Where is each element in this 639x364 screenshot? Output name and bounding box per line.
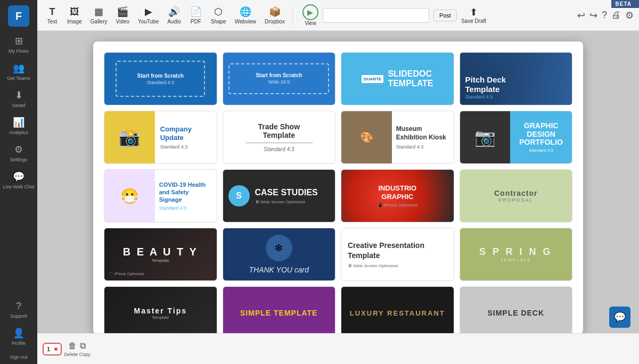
settings-icon: ⚙ bbox=[14, 144, 23, 155]
template-slidedoc[interactable]: DUARTE SLIDEDOCTEMPLATE bbox=[341, 52, 454, 105]
redo-icon[interactable]: ↪ bbox=[589, 10, 597, 21]
search-input[interactable] bbox=[323, 8, 429, 23]
contractor-title: Contractor bbox=[494, 189, 538, 197]
template-simple[interactable]: SIMPLE TEMPLATE bbox=[223, 286, 336, 333]
template-trade-show[interactable]: Trade ShowTemplate Standard 4:3 bbox=[223, 111, 336, 164]
app-logo[interactable]: F bbox=[8, 5, 29, 27]
sidebar-item-live-web-chat[interactable]: 💬 Live Web Chat bbox=[0, 167, 37, 194]
slide-actions: 🗑 ⧉ Delete Copy bbox=[64, 341, 91, 357]
sidebar-item-my-flows[interactable]: ⊞ My Flows bbox=[0, 31, 37, 58]
template-scratch-standard[interactable]: Start from Scratch Standard 4:3 bbox=[104, 52, 217, 105]
company-update-sub: Standard 4:3 bbox=[160, 144, 211, 150]
gallery-label: Gallery bbox=[91, 19, 108, 24]
duarte-logo: DUARTE bbox=[362, 75, 383, 83]
delete-button[interactable]: 🗑 bbox=[68, 341, 77, 351]
toolbar-right: ↩ ↪ ? 🖨 ⚙ bbox=[577, 10, 634, 21]
sidebar-item-label: Settings bbox=[10, 157, 28, 162]
template-spring[interactable]: S P R I N G TEMPLATE bbox=[460, 228, 573, 281]
case-title: CASE STUDIES bbox=[255, 188, 318, 197]
scratch-standard-title: Start from Scratch bbox=[137, 73, 184, 79]
template-case-studies[interactable]: S CASE STUDIES 🖥 Wide Screen Optimized bbox=[223, 169, 336, 222]
gallery-tool[interactable]: ▦ Gallery bbox=[87, 4, 111, 27]
chat-icon: 💬 bbox=[13, 171, 24, 183]
template-creative[interactable]: Creative Presentation Template 🖥 Wide Sc… bbox=[341, 228, 454, 281]
gallery-icon: ▦ bbox=[94, 6, 103, 18]
youtube-label: YouTube bbox=[138, 19, 159, 24]
template-company-update[interactable]: 📸 Company Update Standard 4:3 bbox=[104, 111, 217, 164]
contractor-sub: PROPOSAL bbox=[494, 197, 538, 203]
thankyou-title: THANK YOU card bbox=[249, 266, 309, 274]
youtube-tool[interactable]: ▶ YouTube bbox=[135, 4, 162, 27]
graphic-image: 📷 bbox=[460, 111, 511, 163]
analytics-icon: 📊 bbox=[13, 117, 24, 128]
covid-sub: Standard 4:3 bbox=[159, 205, 212, 211]
covid-image: 😷 bbox=[104, 170, 155, 222]
webview-tool[interactable]: 🌐 Webview bbox=[232, 4, 259, 27]
audio-tool[interactable]: 🔊 Audio bbox=[164, 4, 184, 27]
audio-icon: 🔊 bbox=[168, 6, 180, 18]
shape-tool[interactable]: ⬡ Shape bbox=[208, 4, 230, 27]
luxury-title: LUXURY RESTAURANT bbox=[350, 309, 445, 317]
pdf-icon: 📄 bbox=[190, 6, 202, 18]
gear-icon[interactable]: ⚙ bbox=[625, 10, 634, 21]
text-tool[interactable]: T Text bbox=[43, 4, 62, 27]
sidebar-item-profile[interactable]: 👤 Profile bbox=[0, 323, 37, 350]
template-simple-deck[interactable]: SIMPLE DECK bbox=[460, 286, 573, 333]
graphic-title: GRAPHIC DESIGN PORTFOLIO bbox=[513, 122, 569, 146]
template-beauty[interactable]: B E A U T Y Template 📱 iPhone Optimized bbox=[104, 228, 217, 281]
profile-icon: 👤 bbox=[13, 327, 24, 339]
scratch-wide-sub: Wide 16:9 bbox=[268, 79, 290, 85]
sidebar-item-analytics[interactable]: 📊 Analytics bbox=[0, 112, 37, 139]
text-icon: T bbox=[50, 6, 55, 18]
simple-deck-title: SIMPLE DECK bbox=[487, 309, 544, 317]
museum-sub: Standard 4:3 bbox=[396, 144, 449, 150]
slide-dot bbox=[54, 348, 58, 351]
selected-slide[interactable]: 1 bbox=[43, 343, 62, 355]
copy-button[interactable]: ⧉ bbox=[80, 341, 86, 351]
divider bbox=[292, 6, 293, 25]
sidebar-item-settings[interactable]: ⚙ Settings bbox=[0, 139, 37, 167]
help-icon[interactable]: ? bbox=[602, 10, 607, 21]
view-circle-icon: ▶ bbox=[302, 4, 318, 20]
sidebar: F ⊞ My Flows 👥 Get Teams ⬇ Saved 📊 Analy… bbox=[0, 0, 37, 364]
template-contractor[interactable]: Contractor PROPOSAL bbox=[460, 169, 573, 222]
scratch-standard-sub: Standard 4:3 bbox=[146, 80, 174, 85]
sidebar-item-get-teams[interactable]: 👥 Get Teams bbox=[0, 58, 37, 85]
sidebar-item-support[interactable]: ? Support bbox=[0, 296, 37, 323]
sidebar-item-saved[interactable]: ⬇ Saved bbox=[0, 85, 37, 112]
template-industrio[interactable]: INDUSTRIOGRAPHIC 📱 iPhone Optimized bbox=[341, 169, 454, 222]
template-thank-you[interactable]: ❄ THANK YOU card bbox=[223, 228, 336, 281]
template-luxury[interactable]: LUXURY RESTAURANT bbox=[341, 286, 454, 333]
save-draft-button[interactable]: ⬆ Save Draft bbox=[461, 6, 486, 24]
template-grid: Start from Scratch Standard 4:3 Start fr… bbox=[104, 52, 572, 333]
beauty-title: B E A U T Y bbox=[123, 246, 198, 258]
trade-show-title: Trade ShowTemplate bbox=[258, 122, 300, 139]
view-button[interactable]: ▶ View bbox=[302, 4, 318, 26]
template-pitch-deck[interactable]: Pitch DeckTemplate Standard 4:3 bbox=[460, 52, 573, 105]
template-scratch-wide[interactable]: Start from Scratch Wide 16:9 bbox=[223, 52, 336, 105]
dropbox-label: Dropbox bbox=[265, 19, 285, 24]
template-master-tips[interactable]: Master Tips Template bbox=[104, 286, 217, 333]
master-tips-sub: Template bbox=[152, 315, 169, 320]
image-tool[interactable]: 🖼 Image bbox=[64, 4, 85, 27]
case-logo: S bbox=[228, 185, 250, 206]
print-icon[interactable]: 🖨 bbox=[611, 10, 621, 21]
template-graphic-design[interactable]: 📷 GRAPHIC DESIGN PORTFOLIO Standard 4:3 bbox=[460, 111, 573, 164]
template-museum[interactable]: 🎨 Museum Exhibition Kiosk Standard 4:3 bbox=[341, 111, 454, 164]
delete-copy-label: Delete Copy bbox=[64, 352, 91, 357]
sidebar-item-label: Saved bbox=[12, 103, 26, 108]
bottom-bar: 1 🗑 ⧉ Delete Copy bbox=[37, 333, 639, 364]
pdf-tool[interactable]: 📄 PDF bbox=[186, 4, 206, 27]
image-label: Image bbox=[67, 19, 82, 24]
youtube-icon: ▶ bbox=[145, 6, 152, 18]
video-tool[interactable]: 🎬 Video bbox=[112, 4, 132, 27]
sidebar-item-label: Support bbox=[10, 313, 27, 319]
undo-icon[interactable]: ↩ bbox=[577, 10, 585, 21]
sidebar-item-sign-out[interactable]: Sign out bbox=[0, 350, 37, 364]
template-covid[interactable]: 😷 COVID-19 Health and Safety Signage Sta… bbox=[104, 169, 217, 222]
webview-label: Webview bbox=[235, 19, 256, 24]
dropbox-tool[interactable]: 📦 Dropbox bbox=[261, 4, 288, 27]
post-button[interactable]: Post bbox=[433, 10, 457, 21]
chat-button[interactable]: 💬 bbox=[609, 307, 630, 328]
toolbar: T Text 🖼 Image ▦ Gallery 🎬 Video ▶ YouTu… bbox=[37, 0, 639, 31]
